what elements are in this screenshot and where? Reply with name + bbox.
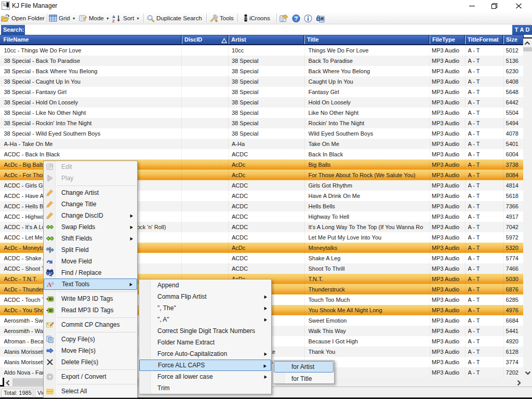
svg-text:ID: ID — [49, 297, 53, 301]
svg-text:ID: ID — [49, 308, 53, 313]
svg-text:Z: Z — [112, 19, 115, 23]
svg-text:a: a — [51, 281, 54, 286]
svg-text:?: ? — [295, 16, 298, 21]
